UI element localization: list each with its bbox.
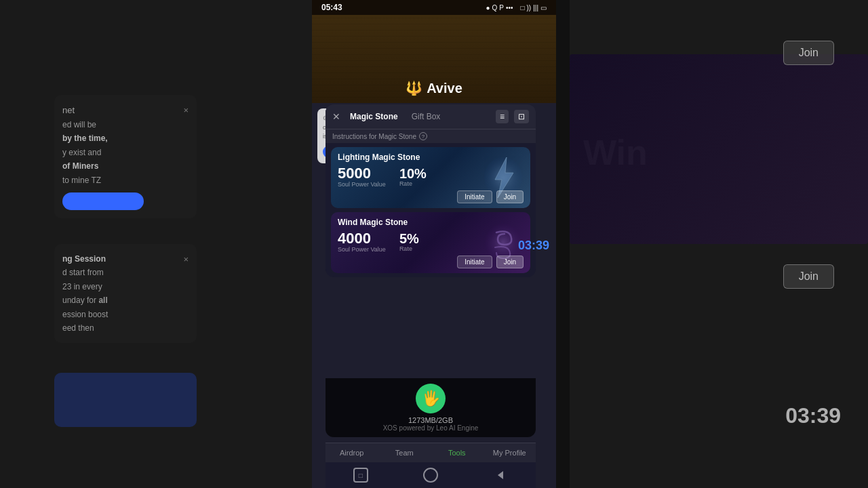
lighting-stone-card: Lighting Magic Stone 5000 Soul Power Val… [331,147,530,208]
status-dot1: ● [486,4,490,12]
left-close2-icon[interactable]: × [183,252,189,267]
wind-rate-value: 5% [399,231,419,247]
tab-magic-stone[interactable]: Magic Stone [346,110,402,123]
left-session-line2: 23 in every [62,280,189,293]
lighting-initiate-button[interactable]: Initiate [457,190,492,203]
left-bottom-panel [54,373,197,427]
wind-join-button[interactable]: Join [496,256,524,268]
magic-stone-card: ✕ Magic Stone Gift Box ≡ ⊡ Instructions … [326,104,536,277]
status-q-icon: Q [492,4,498,12]
status-bar: 05:43 ● Q P ••• □ )) ||| ▭ [312,0,556,15]
tab-airdrop[interactable]: Airdrop [326,443,378,462]
tray-icon: 🖐 [416,384,446,413]
left-session-line5: eed then [62,321,189,335]
tab-my-profile[interactable]: My Profile [484,443,536,462]
lighting-rate-value: 10% [399,166,427,182]
nav-home-icon[interactable] [423,468,438,483]
tab-team[interactable]: Team [378,443,431,462]
back-chevron-icon [495,470,506,481]
nav-back-icon[interactable] [493,468,508,483]
left-close-icon[interactable]: × [183,103,189,118]
wind-soul-power-label: Soul Power Value [338,246,386,253]
wind-initiate-button[interactable]: Initiate [457,256,492,268]
status-wifi-icon: )) [527,4,532,12]
left-line5: to mine TZ [62,174,189,187]
status-p-icon: P [499,4,504,12]
menu-icon-button[interactable]: ≡ [496,110,509,123]
camera-icon-button[interactable]: ⊡ [514,110,529,123]
right-creature-bg [570,54,868,244]
menu-icon: ≡ [500,112,505,121]
left-session-title: ng Session [62,254,106,264]
wind-stone-name: Wind Magic Stone [338,218,524,227]
timer-display: 03:39 [518,239,549,253]
camera-icon: ⊡ [518,112,525,121]
status-time: 05:43 [321,3,342,12]
left-line3: y exist and [62,146,189,159]
tab-tools[interactable]: Tools [431,443,484,462]
left-net-label: net [62,105,75,115]
phone-header: 🔱 Avive [312,15,556,103]
avive-logo: 🔱 Avive [406,80,462,96]
lighting-soul-power-label: Soul Power Value [338,181,386,188]
status-signal-icon: ||| [533,4,538,12]
left-session-line3: unday for all [62,293,189,307]
status-sim-icon: □ [520,4,524,12]
left-background: × net ed will be by the time, y exist an… [0,0,312,488]
lighting-stone-name: Lighting Magic Stone [338,152,524,162]
close-x-icon: ✕ [332,111,340,122]
right-join-button-top[interactable]: Join [783,41,834,65]
tray-engine-label: XOS powered by Leo AI Engine [383,424,479,432]
avive-icon: 🔱 [406,80,422,96]
system-tray: 🖐 1273MB/2GB XOS powered by Leo AI Engin… [326,378,536,437]
left-line1: ed will be [62,118,189,131]
left-session-line4: ession boost [62,308,189,321]
bottom-nav-tabs: Airdrop Team Tools My Profile [326,443,536,462]
help-icon[interactable]: ? [419,132,427,140]
status-battery-icon: ▭ [540,4,547,12]
nav-square-icon[interactable]: □ [353,468,368,483]
lighting-stone-actions: Initiate Join [338,188,524,203]
tray-memory-label: 1273MB/2GB [408,416,453,424]
lighting-stone-stats: 5000 Soul Power Value 10% Rate [338,165,524,188]
left-blue-button [62,192,144,210]
status-icons: ● Q P ••• □ )) ||| ▭ [486,4,547,12]
right-time-display: 03:39 [785,403,841,428]
phone-frame: 05:43 ● Q P ••• □ )) ||| ▭ 🔱 Avive ⋮ ⊙ A… [312,0,556,488]
right-join-button-bottom[interactable]: Join [783,264,834,289]
lighting-soul-power-value: 5000 [338,165,386,182]
avive-name: Avive [427,81,462,96]
tray-hand-icon: 🖐 [422,390,440,407]
card-close-button[interactable]: ✕ [332,111,340,122]
wind-stone-actions: Initiate Join [338,253,524,268]
wind-stone-card: Wind Magic Stone 4000 Soul Power Value 5… [331,212,530,273]
wind-stone-content: Wind Magic Stone 4000 Soul Power Value 5… [331,212,530,273]
svg-marker-3 [498,471,503,479]
tab-gift-box[interactable]: Gift Box [408,110,445,123]
wind-soul-power-value: 4000 [338,230,386,247]
lighting-stone-content: Lighting Magic Stone 5000 Soul Power Val… [331,147,530,208]
right-background: Win Join Join 03:39 [570,0,868,488]
instructions-row: Instructions for Magic Stone ? [326,129,536,143]
navigation-bar: □ [326,462,536,488]
status-dots-icon: ••• [506,4,513,12]
wind-stone-stats: 4000 Soul Power Value 5% Rate [338,230,524,253]
app-content: ⋮ ⊙ Arrange your our is account ✕ Magic … [312,103,556,488]
left-line4: of Miners [62,159,189,173]
left-line2: by the time, [62,131,189,145]
instructions-label: Instructions for Magic Stone [332,133,416,140]
card-header: ✕ Magic Stone Gift Box ≡ ⊡ [326,104,536,129]
lighting-join-button[interactable]: Join [496,190,524,203]
left-session-line1: d start from [62,266,189,279]
